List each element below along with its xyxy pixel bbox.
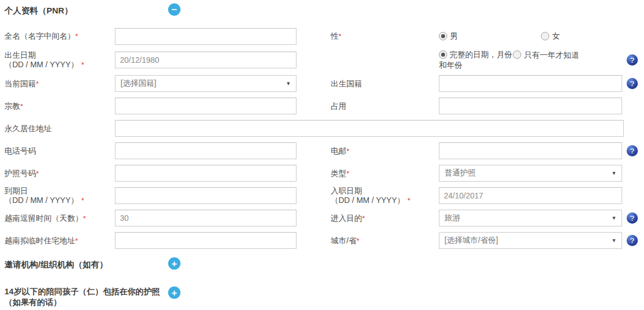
dob-mode-year-radio[interactable]: 只有一年才知道: [513, 49, 597, 61]
gender-female-radio[interactable]: 女: [541, 31, 560, 41]
chevron-down-icon: ▼: [286, 81, 291, 86]
city-label: 城市/省*: [331, 236, 439, 246]
minus-icon: −: [172, 5, 177, 15]
required-asterisk: *: [20, 102, 23, 110]
plus-icon: +: [172, 259, 177, 269]
email-help-icon[interactable]: ?: [627, 145, 638, 156]
religion-input[interactable]: [115, 98, 296, 114]
row-nationality: 当前国籍* [选择国籍] ▼ 出生国籍 ?: [4, 72, 640, 95]
row-dates: 到期日 （DD / MM / YYYY）* 入职日期 （DD / MM / YY…: [4, 184, 640, 207]
permanent-address-input[interactable]: [115, 120, 624, 137]
gender-female-label: 女: [552, 31, 560, 41]
required-asterisk: *: [81, 196, 84, 205]
personal-info-title: 个人资料（PNR）: [4, 3, 168, 16]
full-name-input[interactable]: [115, 28, 296, 45]
temp-address-label: 越南拟临时住宅地址*: [4, 236, 115, 246]
children-title: 14岁以下的陪同孩子（仁）包括在你的护照（如果有的话）: [4, 286, 168, 308]
temp-address-input[interactable]: [115, 232, 296, 249]
required-asterisk: *: [407, 196, 410, 205]
row-religion-occupation: 宗教* 占用: [4, 95, 640, 117]
entry-date-input[interactable]: [439, 187, 622, 204]
expiry-date-input[interactable]: [115, 187, 296, 204]
dob-mode-full-radio[interactable]: 完整的日期，月份和年份: [439, 49, 513, 71]
required-asterisk: *: [346, 169, 349, 178]
chevron-down-icon: ▼: [611, 170, 617, 176]
required-asterisk: *: [362, 214, 365, 223]
radio-selected-icon: [439, 32, 447, 40]
entry-date-label: 入职日期 （DD / MM / YYYY）*: [331, 186, 439, 205]
purpose-select[interactable]: 旅游 ▼: [439, 210, 622, 226]
dob-label: 出生日期 （DD / MM / YYYY）*: [4, 50, 115, 70]
purpose-help-icon[interactable]: ?: [627, 212, 638, 224]
row-phone-email: 电话号码 电邮* ?: [4, 140, 640, 162]
required-asterisk: *: [75, 237, 78, 245]
row-permanent-address: 永久居住地址: [4, 117, 640, 140]
dob-mode-full-label: 完整的日期，月份和年份: [439, 50, 512, 70]
stay-days-label: 越南逗留时间（天数）*: [4, 214, 115, 223]
stay-days-input[interactable]: [115, 210, 296, 226]
required-asterisk: *: [36, 169, 39, 178]
radio-unselected-icon: [513, 50, 521, 59]
city-help-icon[interactable]: ?: [627, 235, 638, 246]
passport-no-label: 护照号码*: [4, 169, 115, 178]
phone-label: 电话号码: [4, 146, 115, 156]
expiry-label: 到期日 （DD / MM / YYYY）*: [4, 186, 115, 205]
inviting-org-title: 邀请机构/组织机构（如有）: [4, 257, 168, 270]
chevron-down-icon: ▼: [611, 238, 617, 243]
row-stay-purpose: 越南逗留时间（天数）* 进入目的* 旅游 ▼ ?: [4, 207, 640, 229]
gender-label: 性*: [331, 31, 439, 41]
birth-nationality-input[interactable]: [439, 75, 622, 92]
required-asterisk: *: [83, 214, 86, 223]
plus-icon: +: [172, 288, 177, 298]
full-name-label: 全名（名字中间名）*: [4, 31, 115, 41]
required-asterisk: *: [346, 147, 349, 155]
email-label: 电邮*: [331, 146, 439, 156]
birth-nationality-help-icon[interactable]: ?: [627, 78, 638, 89]
required-asterisk: *: [356, 237, 359, 245]
required-asterisk: *: [339, 32, 341, 40]
email-input[interactable]: [439, 142, 622, 159]
gender-male-label: 男: [450, 31, 458, 41]
purpose-label: 进入目的*: [331, 214, 439, 223]
row-passport: 护照号码* 类型* 普通护照 ▼: [4, 162, 640, 184]
row-tempaddr-city: 越南拟临时住宅地址* 城市/省* [选择城市/省份] ▼ ?: [4, 229, 640, 252]
radio-selected-icon: [439, 50, 447, 59]
passport-type-select[interactable]: 普通护照 ▼: [439, 165, 622, 182]
personal-info-section-header: 个人资料（PNR） −: [4, 3, 640, 25]
radio-unselected-icon: [541, 32, 549, 40]
dob-input[interactable]: [115, 52, 296, 68]
occupation-input[interactable]: [439, 98, 622, 114]
passport-no-input[interactable]: [115, 165, 296, 182]
expand-children-button[interactable]: +: [168, 286, 180, 299]
required-asterisk: *: [36, 80, 39, 88]
collapse-section-button[interactable]: −: [168, 3, 180, 16]
gender-male-radio[interactable]: 男: [439, 31, 541, 41]
city-select[interactable]: [选择城市/省份] ▼: [439, 232, 622, 249]
religion-label: 宗教*: [4, 101, 115, 111]
occupation-label: 占用: [331, 101, 439, 111]
chevron-down-icon: ▼: [611, 215, 617, 221]
row-fullname-gender: 全名（名字中间名）* 性* 男 女: [4, 25, 640, 48]
current-nationality-select[interactable]: [选择国籍] ▼: [115, 75, 296, 92]
children-section-header: 14岁以下的陪同孩子（仁）包括在你的护照（如果有的话） +: [4, 286, 640, 308]
dob-help-icon[interactable]: ?: [627, 54, 638, 66]
visa-application-page: 个人资料（PNR） − 全名（名字中间名）* 性* 男 女: [0, 0, 644, 310]
birth-nationality-label: 出生国籍: [331, 79, 439, 89]
passport-type-label: 类型*: [331, 169, 439, 178]
required-asterisk: *: [81, 61, 84, 69]
permanent-address-label: 永久居住地址: [4, 124, 115, 133]
current-nationality-label: 当前国籍*: [4, 79, 115, 89]
required-asterisk: *: [75, 32, 78, 40]
dob-mode-year-label: 只有一年才知道: [524, 50, 579, 61]
inviting-org-section-header: 邀请机构/组织机构（如有） +: [4, 257, 640, 274]
phone-input[interactable]: [115, 142, 296, 159]
row-dob: 出生日期 （DD / MM / YYYY）* 完整的日期，月份和年份 只有一年才…: [4, 48, 640, 72]
expand-inviting-org-button[interactable]: +: [168, 257, 180, 270]
